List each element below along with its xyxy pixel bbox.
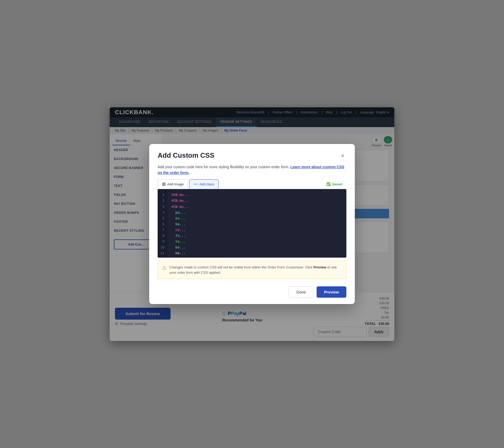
saved-badge-label: Saved	[332, 182, 342, 186]
warning-text-before: Changes made to custom CSS will not be v…	[169, 265, 313, 269]
add-image-label: Add Image	[167, 182, 184, 186]
warning-icon: ⚠	[162, 265, 166, 271]
line-numbers: 12345 678910 1112131415 1617181920	[158, 189, 167, 258]
modal-header: Add Custom CSS ×	[149, 144, 355, 160]
modal-toolbar: 🖼 Add Image <> Add class ✅ Saved	[149, 179, 355, 189]
add-class-tab[interactable]: <> Add class	[189, 179, 219, 189]
image-icon: 🖼	[162, 182, 166, 186]
modal-overlay: Add Custom CSS × Add your custom code he…	[0, 0, 504, 448]
warning-banner: ⚠ Changes made to custom CSS will not be…	[158, 261, 346, 279]
saved-badge: ✅ Saved	[322, 179, 346, 189]
preview-button-modal[interactable]: Preview	[317, 286, 346, 298]
modal-footer: Done Preview	[149, 282, 355, 304]
warning-bold: Preview	[313, 265, 326, 269]
code-content[interactable]: #CB-bu... #CB-bu... #CB-bu... pa... bo..…	[167, 189, 346, 258]
code-icon: <>	[194, 182, 198, 186]
modal-desc-text: Add your custom code here for more styli…	[158, 165, 289, 169]
code-editor[interactable]: 12345 678910 1112131415 1617181920 #CB-b…	[158, 189, 346, 258]
done-button[interactable]: Done	[289, 286, 313, 298]
modal-title: Add Custom CSS	[158, 151, 214, 160]
modal-description: Add your custom code here for more styli…	[149, 160, 355, 180]
modal-close-button[interactable]: ×	[339, 151, 346, 160]
add-image-tab[interactable]: 🖼 Add Image	[158, 179, 188, 189]
add-custom-css-modal: Add Custom CSS × Add your custom code he…	[149, 144, 355, 304]
warning-text: Changes made to custom CSS will not be v…	[169, 265, 342, 275]
check-icon: ✅	[326, 182, 331, 186]
add-class-label: Add class	[199, 182, 214, 186]
